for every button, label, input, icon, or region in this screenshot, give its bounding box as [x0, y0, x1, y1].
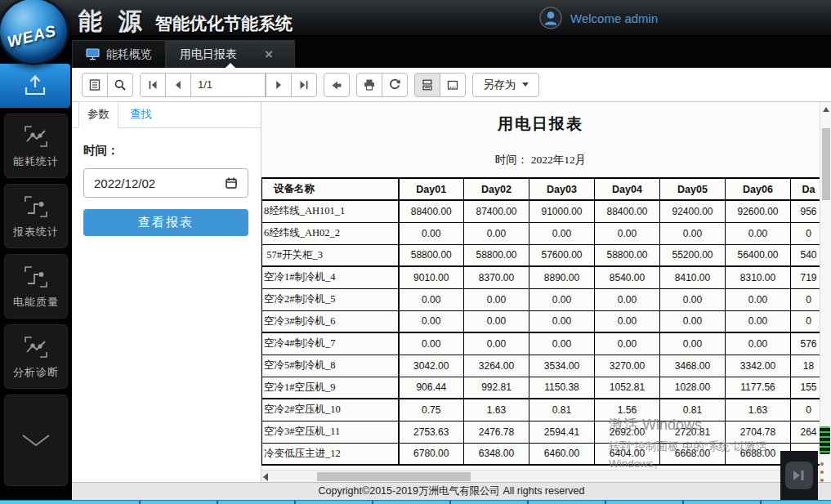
- value-cell: 0.00: [529, 332, 595, 355]
- sidebar-item-label: 报表统计: [13, 225, 59, 239]
- value-cell: 0.00: [399, 332, 464, 355]
- value-cell: 57600.00: [529, 244, 595, 266]
- refresh-button[interactable]: [382, 73, 408, 97]
- value-cell: 906.44: [399, 377, 464, 399]
- table-row: 8经纬线_AH101_188400.0087400.0091000.008840…: [262, 200, 820, 222]
- value-cell: 0.00: [726, 288, 791, 310]
- screen-record-icon[interactable]: [785, 462, 813, 489]
- calendar-icon[interactable]: [225, 176, 238, 190]
- sidebar-item-report-stats[interactable]: 报表统计: [4, 184, 68, 248]
- value-cell: 0.00: [595, 332, 660, 355]
- table-row: 空冷3#空压机_112753.632476.782594.412692.0027…: [262, 421, 820, 443]
- scroll-left-icon[interactable]: [263, 473, 268, 481]
- value-cell: 0.00: [595, 310, 660, 332]
- table-row: 57#开关柜_358800.0058800.0057600.0058800.00…: [262, 244, 820, 266]
- value-cell: 0: [791, 399, 820, 421]
- parameter-body: 时间： 2022/12/02 查看报表: [72, 128, 261, 236]
- sidebar-expander[interactable]: [4, 395, 68, 486]
- report-table-viewport: 设备名称Day01Day02Day03Day04Day05Day06Da 8经纬…: [261, 177, 820, 473]
- value-cell: 2692.00: [595, 421, 660, 443]
- value-cell: 0.00: [726, 332, 791, 355]
- tab-parameters[interactable]: 参数: [78, 101, 118, 128]
- date-input[interactable]: 2022/12/02: [83, 168, 248, 198]
- app-title: 能 源 智能优化节能系统: [78, 6, 293, 38]
- value-cell: 1177.56: [726, 377, 791, 399]
- device-name-cell: 8经纬线_AH101_1: [262, 200, 399, 222]
- next-page-button[interactable]: [266, 73, 292, 97]
- table-row: 冷变低压主进_126780.006348.006460.006404.00666…: [262, 443, 820, 465]
- column-header: Day06: [726, 178, 791, 200]
- footer: Copyright©2015-2019万洲电气有限公司 All rights r…: [72, 482, 831, 500]
- scroll-up-icon[interactable]: [823, 107, 829, 112]
- value-cell: 0.00: [660, 222, 726, 244]
- value-cell: 540: [791, 244, 820, 266]
- device-name-cell: 空冷1#制冷机_4: [262, 266, 399, 288]
- page-setup-button[interactable]: [440, 73, 466, 97]
- value-cell: 6460.00: [529, 443, 595, 465]
- view-report-button[interactable]: 查看报表: [83, 209, 248, 236]
- value-cell: 956: [791, 200, 820, 222]
- toolbar-group-view: [82, 73, 133, 97]
- close-icon[interactable]: ×: [265, 47, 273, 61]
- value-cell: 0.00: [529, 310, 595, 332]
- toc-button[interactable]: [82, 73, 108, 97]
- value-cell: 0.00: [464, 222, 529, 244]
- power-quality-icon: [20, 264, 51, 290]
- back-button[interactable]: [324, 73, 350, 97]
- save-as-button[interactable]: 另存为: [472, 73, 539, 97]
- user-area[interactable]: Welcome admin: [539, 7, 658, 29]
- report-title: 用电日报表: [261, 114, 820, 135]
- chevron-down-icon: [18, 433, 54, 448]
- more-options-dots[interactable]: [820, 462, 824, 482]
- vertical-scroll-thumb[interactable]: [822, 128, 830, 200]
- value-cell: 0.00: [660, 332, 726, 355]
- value-cell: 3270.00: [595, 355, 660, 377]
- value-cell: 3342.00: [726, 355, 791, 377]
- tab-daily-power-report[interactable]: 用电日报表 ×: [166, 40, 295, 68]
- value-cell: 8370.00: [464, 266, 529, 288]
- value-cell: 0.00: [464, 288, 529, 310]
- device-name-cell: 空冷2#制冷机_5: [262, 288, 399, 310]
- sidebar-item-power-quality[interactable]: 电能质量: [4, 254, 68, 319]
- tab-find[interactable]: 查找: [122, 102, 160, 127]
- print-layout-button[interactable]: [414, 73, 440, 97]
- value-cell: 0: [791, 288, 820, 310]
- value-cell: 6348.00: [464, 443, 529, 465]
- device-name-cell: 冷变低压主进_12: [262, 443, 399, 465]
- horizontal-scrollbar[interactable]: [261, 470, 820, 482]
- last-page-button[interactable]: [291, 73, 317, 97]
- value-cell: 9010.00: [399, 266, 464, 288]
- value-cell: 1.63: [726, 399, 791, 421]
- value-cell: 2594.41: [529, 421, 595, 443]
- upload-icon: [22, 74, 48, 98]
- parameter-tabs: 参数 查找: [72, 102, 261, 128]
- horizontal-scroll-thumb[interactable]: [317, 472, 471, 481]
- value-cell: 2753.63: [399, 421, 464, 443]
- device-name-cell: 空冷3#制冷机_6: [262, 310, 399, 332]
- value-cell: 0.00: [660, 288, 726, 310]
- search-button[interactable]: [107, 73, 133, 97]
- screen-recorder-widget[interactable]: [780, 451, 818, 500]
- value-cell: 87400.00: [464, 200, 529, 222]
- page-indicator-input[interactable]: [190, 73, 266, 97]
- value-cell: 0.00: [399, 288, 464, 310]
- value-cell: 58800.00: [399, 244, 464, 266]
- sidebar-item-energy-stats[interactable]: 能耗统计: [4, 114, 68, 178]
- date-value: 2022/12/02: [94, 176, 155, 190]
- sidebar-item-active-export[interactable]: [0, 64, 70, 108]
- value-cell: 0.81: [660, 399, 726, 421]
- value-cell: 55200.00: [660, 244, 726, 266]
- value-cell: 719: [791, 266, 820, 288]
- value-cell: 91000.00: [529, 200, 595, 222]
- value-cell: 0.00: [726, 310, 791, 332]
- report-toolbar: 另存为: [72, 68, 831, 102]
- first-page-button[interactable]: [140, 73, 166, 97]
- save-as-label: 另存为: [483, 78, 516, 92]
- print-button[interactable]: [356, 73, 382, 97]
- vertical-scrollbar[interactable]: [820, 102, 831, 482]
- prev-page-button[interactable]: [165, 73, 191, 97]
- value-cell: 3264.00: [464, 355, 529, 377]
- sidebar-item-analysis[interactable]: 分析诊断: [4, 324, 68, 389]
- value-cell: 0: [791, 310, 820, 332]
- tab-energy-overview[interactable]: 能耗概览: [72, 40, 166, 68]
